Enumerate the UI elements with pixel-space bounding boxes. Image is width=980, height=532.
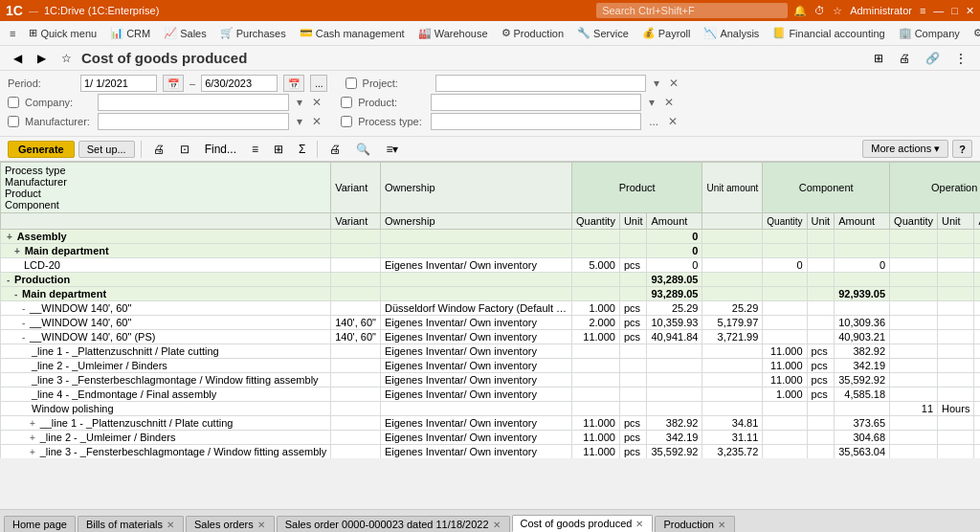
- company-checkbox[interactable]: [8, 97, 19, 108]
- global-search-input[interactable]: [596, 3, 788, 18]
- project-dropdown-button[interactable]: ▾: [652, 77, 661, 90]
- expand-button[interactable]: +: [12, 246, 25, 256]
- table-row[interactable]: + __line 1 - _Plattenzuschnitt / Plate c…: [1, 416, 981, 431]
- tab-close-icon[interactable]: ✕: [256, 520, 266, 530]
- history-icon[interactable]: ⏱: [814, 5, 825, 16]
- tab-sales-order-0000-000023-dated-11/18/2022[interactable]: Sales order 0000-000023 dated 11/18/2022…: [277, 516, 510, 532]
- expand-button[interactable]: -: [20, 318, 30, 328]
- tab-sales-orders[interactable]: Sales orders✕: [186, 516, 275, 532]
- menu-analysis[interactable]: 📉 Analysis: [698, 25, 765, 41]
- table-row[interactable]: LCD-20Eigenes Inventar/ Own inventory5.0…: [1, 258, 981, 273]
- period-to-calendar-button[interactable]: 📅: [283, 75, 304, 92]
- expand-button[interactable]: -: [20, 332, 30, 343]
- product-dropdown-button[interactable]: ▾: [647, 96, 657, 109]
- tab-production[interactable]: Production✕: [655, 516, 735, 532]
- print-button[interactable]: 🖨: [893, 49, 916, 68]
- table-row[interactable]: _line 1 - _Plattenzuschnitt / Plate cutt…: [1, 344, 981, 359]
- expand-button[interactable]: +: [28, 418, 40, 429]
- menu-cash[interactable]: 💳 Cash management: [294, 25, 411, 41]
- menu-purchases[interactable]: 🛒 Purchases: [214, 25, 292, 41]
- expand-button[interactable]: +: [28, 432, 40, 443]
- expand-button[interactable]: -: [20, 303, 30, 314]
- favorites-add-button[interactable]: ☆: [56, 49, 78, 68]
- more-header-button[interactable]: ⋮: [949, 49, 972, 68]
- generate-button[interactable]: Generate: [8, 141, 75, 158]
- menu-warehouse[interactable]: 🏭 Warehouse: [412, 25, 494, 41]
- table-row[interactable]: - __WINDOW 140', 60" (PS)140', 60"Eigene…: [1, 330, 981, 344]
- tab-close-icon[interactable]: ✕: [492, 520, 501, 530]
- find-button[interactable]: Find...: [199, 140, 242, 159]
- tab-bills-of-materials[interactable]: Bills of materials✕: [78, 516, 184, 532]
- table-row[interactable]: + Assembly0: [1, 230, 981, 244]
- expand-button[interactable]: -: [12, 289, 22, 299]
- company-input[interactable]: [98, 94, 289, 111]
- menu-sales[interactable]: 📈 Sales: [158, 25, 212, 41]
- maximize-icon[interactable]: □: [951, 5, 958, 16]
- view-toggle-button[interactable]: ⊞: [868, 49, 889, 68]
- process-type-checkbox[interactable]: [341, 116, 352, 127]
- table-row[interactable]: + Main department0: [1, 244, 981, 258]
- table-row[interactable]: + _line 3 - _Fensterbeschlagmontage / Wi…: [1, 445, 981, 459]
- table-row[interactable]: - __WINDOW 140', 60"Düsseldorf Window Fa…: [1, 301, 981, 316]
- product-clear-button[interactable]: ✕: [662, 96, 676, 109]
- menu-financial[interactable]: 📒 Financial accounting: [767, 25, 890, 41]
- manufacturer-dropdown-button[interactable]: ▾: [295, 115, 304, 128]
- expand-button[interactable]: +: [5, 232, 17, 242]
- process-type-clear-button[interactable]: ✕: [666, 115, 679, 128]
- period-from-input[interactable]: [80, 75, 157, 92]
- notifications-icon[interactable]: 🔔: [793, 5, 807, 17]
- help-button[interactable]: ?: [952, 140, 972, 158]
- action-icon2[interactable]: ⊡: [174, 140, 195, 159]
- tab-close-icon[interactable]: ✕: [166, 520, 175, 530]
- expand-button[interactable]: -: [5, 275, 14, 285]
- table-row[interactable]: _line 4 - _Endmontage / Final assemblyEi…: [1, 388, 981, 402]
- menu-icon[interactable]: ≡: [920, 5, 925, 16]
- period-more-button[interactable]: ...: [310, 75, 327, 92]
- product-input[interactable]: [431, 94, 641, 111]
- action-print2-button[interactable]: 🖨: [323, 140, 346, 159]
- project-clear-button[interactable]: ✕: [667, 77, 680, 90]
- back-button[interactable]: ◀: [8, 49, 28, 68]
- menu-production[interactable]: ⚙ Production: [496, 25, 570, 41]
- menu-crm[interactable]: 📊 CRM: [104, 25, 156, 41]
- company-dropdown-button[interactable]: ▾: [295, 96, 304, 109]
- manufacturer-input[interactable]: [98, 113, 289, 130]
- favorites-icon[interactable]: ☆: [833, 5, 842, 17]
- table-row[interactable]: - __WINDOW 140', 60"140', 60"Eigenes Inv…: [1, 316, 981, 330]
- project-input[interactable]: [435, 75, 646, 92]
- table-row[interactable]: - Production93,289.05: [1, 273, 981, 287]
- close-icon[interactable]: ✕: [966, 5, 974, 17]
- period-to-input[interactable]: [201, 75, 278, 92]
- tab-close-icon[interactable]: ✕: [717, 520, 726, 530]
- more-actions-button[interactable]: More actions ▾: [862, 140, 948, 158]
- action-list-button[interactable]: ≡: [246, 140, 264, 159]
- table-row[interactable]: + _line 2 - _Umleimer / BindersEigenes I…: [1, 431, 981, 445]
- project-checkbox[interactable]: [345, 78, 357, 89]
- manufacturer-checkbox[interactable]: [8, 116, 19, 127]
- action-icon1[interactable]: 🖨: [147, 140, 170, 159]
- tab-home-page[interactable]: Home page: [4, 516, 76, 532]
- action-sum-button[interactable]: Σ: [293, 140, 311, 159]
- period-from-calendar-button[interactable]: 📅: [163, 75, 184, 92]
- minimize-icon[interactable]: —: [933, 5, 944, 16]
- table-row[interactable]: - Main department93,289.0592,939.05350.0…: [1, 287, 981, 301]
- action-search-button[interactable]: 🔍: [350, 140, 376, 159]
- menu-service[interactable]: 🔧 Service: [571, 25, 635, 41]
- action-export-button[interactable]: ≡▾: [380, 140, 404, 159]
- company-clear-button[interactable]: ✕: [310, 96, 323, 109]
- table-row[interactable]: _line 3 - _Fensterbeschlagmontage / Wind…: [1, 373, 981, 388]
- tab-close-icon[interactable]: ✕: [635, 519, 644, 529]
- process-type-input[interactable]: [431, 113, 641, 130]
- share-button[interactable]: 🔗: [920, 49, 946, 68]
- forward-button[interactable]: ▶: [32, 49, 52, 68]
- process-type-more-button[interactable]: ...: [647, 115, 660, 128]
- menu-hamburger[interactable]: ≡: [4, 26, 21, 41]
- action-grid-button[interactable]: ⊞: [268, 140, 289, 159]
- menu-payroll[interactable]: 💰 Payroll: [636, 25, 697, 41]
- setup-button[interactable]: Set up...: [78, 141, 135, 158]
- table-row[interactable]: Window polishing11Hours38.63: [1, 402, 981, 416]
- menu-settings[interactable]: ⚙ Settin...: [968, 25, 980, 41]
- table-row[interactable]: _line 2 - _Umleimer / BindersEigenes Inv…: [1, 359, 981, 373]
- expand-button[interactable]: +: [28, 447, 40, 457]
- manufacturer-clear-button[interactable]: ✕: [310, 115, 323, 128]
